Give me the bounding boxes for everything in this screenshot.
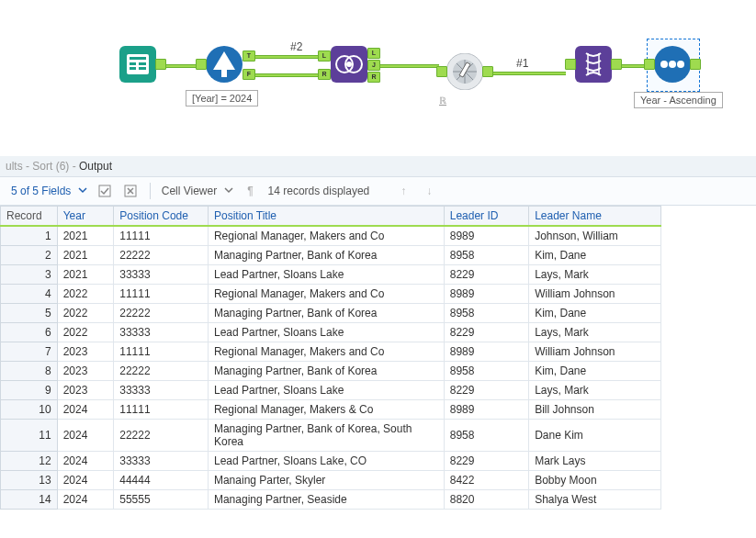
clear-icon[interactable] — [122, 183, 139, 199]
cell[interactable]: Lays, Mark — [529, 265, 661, 285]
arrow-up-icon[interactable]: ↑ — [395, 183, 412, 199]
cell[interactable]: 33333 — [114, 452, 209, 471]
formula-tool[interactable] — [575, 46, 612, 83]
table-row[interactable]: 12202433333Lead Partner, Sloans Lake, CO… — [1, 452, 661, 471]
cell[interactable]: 2024 — [57, 452, 114, 471]
cell[interactable]: 2021 — [57, 246, 114, 265]
cell[interactable]: 4 — [1, 285, 58, 304]
cell[interactable]: William Johnson — [529, 285, 661, 304]
table-row[interactable]: 6202233333Lead Partner, Sloans Lake8229L… — [1, 323, 661, 342]
cell[interactable]: 8 — [1, 362, 58, 381]
cell[interactable]: 8958 — [444, 304, 528, 323]
join-tool[interactable]: L R L J R — [331, 46, 367, 83]
col-record[interactable]: Record — [1, 207, 58, 227]
data-cleansing-tool[interactable] — [446, 53, 483, 90]
cell[interactable]: 6 — [1, 323, 58, 342]
cell[interactable]: Manaing Parter, Skyler — [208, 471, 444, 490]
table-row[interactable]: 3202133333Lead Partner, Sloans Lake8229L… — [1, 265, 661, 285]
cell[interactable]: Regional Manager, Makers and Co — [208, 285, 444, 304]
cell[interactable]: Bobby Moon — [529, 471, 661, 490]
cell[interactable]: 2021 — [57, 226, 114, 246]
cell[interactable]: 1 — [1, 226, 58, 246]
right-in-port[interactable]: R — [318, 69, 331, 80]
cell[interactable]: Lead Partner, Sloans Lake — [208, 265, 444, 285]
output-port[interactable] — [155, 59, 166, 70]
cell[interactable]: 11111 — [114, 226, 209, 246]
cell[interactable]: 2023 — [57, 362, 114, 381]
cell[interactable]: 2024 — [57, 471, 114, 490]
cell[interactable]: 11111 — [114, 400, 209, 420]
cell[interactable]: 8229 — [444, 381, 528, 400]
cell[interactable]: 2021 — [57, 265, 114, 285]
cell[interactable]: 22222 — [114, 362, 209, 381]
cell[interactable]: Johnson, William — [529, 226, 661, 246]
cell[interactable]: Managing Partner, Bank of Korea — [208, 246, 444, 265]
output-port[interactable] — [611, 59, 622, 70]
cell[interactable]: 8229 — [444, 323, 528, 342]
cell[interactable]: 8989 — [444, 342, 528, 362]
output-port[interactable] — [690, 59, 701, 70]
input-port[interactable] — [436, 66, 447, 77]
cell[interactable]: Shalya West — [529, 490, 661, 510]
cell[interactable]: 33333 — [114, 323, 209, 342]
false-port[interactable]: F — [243, 69, 255, 80]
cell[interactable]: 2023 — [57, 342, 114, 362]
cell[interactable]: 22222 — [114, 246, 209, 265]
checkbox-icon[interactable] — [96, 183, 113, 199]
cell[interactable]: Managing Partner, Bank of Korea — [208, 304, 444, 323]
cell[interactable]: 2 — [1, 246, 58, 265]
cell[interactable]: 2024 — [57, 400, 114, 420]
table-row[interactable]: 7202311111Regional Manager, Makers and C… — [1, 342, 661, 362]
cell[interactable]: Lead Partner, Sloans Lake, CO — [208, 452, 444, 471]
cell[interactable]: 8958 — [444, 362, 528, 381]
sort-tool[interactable] — [654, 46, 691, 83]
cell[interactable]: Managing Partner, Bank of Korea — [208, 362, 444, 381]
table-row[interactable]: 2202122222Managing Partner, Bank of Kore… — [1, 246, 661, 265]
cell[interactable]: Lays, Mark — [529, 381, 661, 400]
table-row[interactable]: 11202422222Managing Partner, Bank of Kor… — [1, 420, 661, 452]
cell[interactable]: 9 — [1, 381, 58, 400]
cell[interactable]: 2022 — [57, 323, 114, 342]
cell[interactable]: 8820 — [444, 490, 528, 510]
cell[interactable]: 8422 — [444, 471, 528, 490]
left-out-port[interactable]: L — [367, 48, 380, 59]
cell[interactable]: 7 — [1, 342, 58, 362]
cell[interactable]: Dane Kim — [529, 420, 661, 452]
cell[interactable]: 33333 — [114, 381, 209, 400]
cell[interactable]: 8958 — [444, 420, 528, 452]
cell[interactable]: Lead Partner, Sloans Lake — [208, 323, 444, 342]
cell[interactable]: Lays, Mark — [529, 323, 661, 342]
table-row[interactable]: 13202444444Manaing Parter, Skyler8422Bob… — [1, 471, 661, 490]
cell[interactable]: William Johnson — [529, 342, 661, 362]
cell[interactable]: 2024 — [57, 490, 114, 510]
cell[interactable]: 8989 — [444, 226, 528, 246]
cell[interactable]: 3 — [1, 265, 58, 285]
join-out-port[interactable]: J — [367, 60, 380, 71]
cell[interactable]: 14 — [1, 490, 58, 510]
cell[interactable]: 55555 — [114, 490, 209, 510]
pilcrow-icon[interactable]: ¶ — [243, 183, 259, 199]
workflow-canvas[interactable]: #2 #1 T F [Year] = 2024 L R L J R ℝ — [0, 0, 756, 156]
col-leadername[interactable]: Leader Name — [529, 207, 661, 227]
cell[interactable]: 44444 — [114, 471, 209, 490]
col-leaderid[interactable]: Leader ID — [444, 207, 528, 227]
cell[interactable]: 2022 — [57, 285, 114, 304]
table-row[interactable]: 9202333333Lead Partner, Sloans Lake8229L… — [1, 381, 661, 400]
cell[interactable]: Lead Partner, Sloans Lake — [208, 381, 444, 400]
output-port[interactable] — [482, 66, 493, 77]
cell[interactable]: 8989 — [444, 400, 528, 420]
table-row[interactable]: 4202211111Regional Manager, Makers and C… — [1, 285, 661, 304]
cell[interactable]: 33333 — [114, 265, 209, 285]
input-port[interactable] — [565, 59, 576, 70]
cell[interactable]: 11 — [1, 420, 58, 452]
table-row[interactable]: 14202455555Managing Partner, Seaside8820… — [1, 490, 661, 510]
fields-dropdown[interactable]: 5 of 5 Fields — [11, 185, 87, 197]
cell[interactable]: 13 — [1, 471, 58, 490]
cell[interactable]: 8958 — [444, 246, 528, 265]
cell[interactable]: Kim, Dane — [529, 362, 661, 381]
cell[interactable]: Bill Johnson — [529, 400, 661, 420]
cell[interactable]: 22222 — [114, 420, 209, 452]
col-postitle[interactable]: Position Title — [208, 207, 444, 227]
true-port[interactable]: T — [243, 50, 255, 62]
cell[interactable]: 11111 — [114, 285, 209, 304]
